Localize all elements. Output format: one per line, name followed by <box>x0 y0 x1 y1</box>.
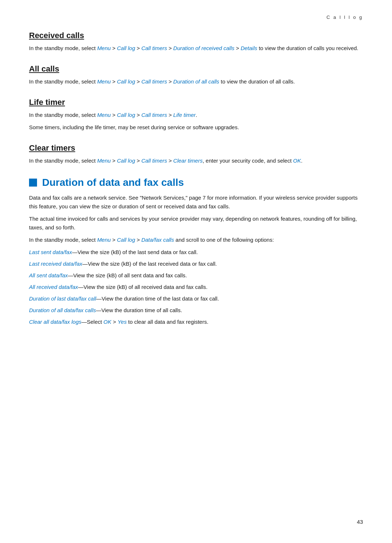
life-timer-title: Life timer <box>29 98 363 107</box>
link-duration-all[interactable]: Duration of all calls <box>173 78 219 85</box>
duration-data-fax-label: Duration of data and fax calls <box>42 177 184 188</box>
link-calllog-2[interactable]: Call log <box>117 78 135 85</box>
link-calltimers-2[interactable]: Call timers <box>141 78 167 85</box>
link-calllog-4[interactable]: Call log <box>117 158 135 164</box>
clear-timers-title: Clear timers <box>29 143 363 153</box>
link-life-timer[interactable]: Life timer <box>173 112 196 118</box>
chapter-title: C a l l l o g <box>327 15 363 20</box>
option-last-received: Last received data/fax—View the size (kB… <box>29 260 363 268</box>
page-header: C a l l l o g <box>29 15 363 20</box>
link-calltimers-1[interactable]: Call timers <box>141 45 167 51</box>
link-last-received-data-fax[interactable]: Last received data/fax <box>29 261 82 267</box>
link-duration-received[interactable]: Duration of received calls <box>173 45 234 51</box>
received-calls-body: In the standby mode, select Menu > Call … <box>29 44 363 53</box>
link-all-sent-data-fax[interactable]: All sent data/fax <box>29 272 68 278</box>
all-calls-title: All calls <box>29 64 363 74</box>
link-duration-all-datafax[interactable]: Duration of all data/fax calls <box>29 307 96 313</box>
link-ok-1[interactable]: OK <box>293 158 301 164</box>
link-calltimers-3[interactable]: Call timers <box>141 112 167 118</box>
link-menu-1[interactable]: Menu <box>97 45 111 51</box>
link-calltimers-4[interactable]: Call timers <box>141 158 167 164</box>
life-timer-body-2: Some timers, including the life timer, m… <box>29 123 363 132</box>
section-received-calls: Received calls In the standby mode, sele… <box>29 31 363 53</box>
duration-data-fax-body-1: Data and fax calls are a network service… <box>29 193 363 211</box>
link-menu-3[interactable]: Menu <box>97 112 111 118</box>
link-menu-5[interactable]: Menu <box>97 237 111 243</box>
link-calllog-5[interactable]: Call log <box>117 237 135 243</box>
all-calls-body: In the standby mode, select Menu > Call … <box>29 77 363 86</box>
section-duration-data-fax: Duration of data and fax calls Data and … <box>29 177 363 326</box>
option-clear-all: Clear all data/fax logs—Select OK > Yes … <box>29 318 363 326</box>
link-duration-last-datafax[interactable]: Duration of last data/fax call <box>29 295 96 302</box>
link-all-received-data-fax[interactable]: All received data/fax <box>29 284 78 290</box>
blue-square-icon <box>29 179 37 187</box>
duration-data-fax-title: Duration of data and fax calls <box>29 177 363 188</box>
link-menu-4[interactable]: Menu <box>97 158 111 164</box>
link-ok-2[interactable]: OK <box>103 319 111 325</box>
link-last-sent-data-fax[interactable]: Last sent data/fax <box>29 249 72 255</box>
section-all-calls: All calls In the standby mode, select Me… <box>29 64 363 86</box>
link-calllog-3[interactable]: Call log <box>117 112 135 118</box>
option-last-sent: Last sent data/fax—View the size (kB) of… <box>29 248 363 257</box>
received-calls-title: Received calls <box>29 31 363 40</box>
section-life-timer: Life timer In the standby mode, select M… <box>29 98 363 132</box>
option-all-sent: All sent data/fax—View the size (kB) of … <box>29 271 363 280</box>
page-number: 43 <box>357 519 363 525</box>
link-clear-timers[interactable]: Clear timers <box>173 158 203 164</box>
clear-timers-body: In the standby mode, select Menu > Call … <box>29 156 363 165</box>
link-menu-2[interactable]: Menu <box>97 78 111 85</box>
life-timer-body-1: In the standby mode, select Menu > Call … <box>29 111 363 119</box>
link-clear-all-logs[interactable]: Clear all data/fax logs <box>29 319 81 325</box>
option-all-received: All received data/fax—View the size (kB)… <box>29 283 363 291</box>
link-yes[interactable]: Yes <box>118 319 127 325</box>
section-clear-timers: Clear timers In the standby mode, select… <box>29 143 363 165</box>
page-container: C a l l l o g Received calls In the stan… <box>0 0 392 543</box>
link-calllog-1[interactable]: Call log <box>117 45 135 51</box>
option-duration-last: Duration of last data/fax call—View the … <box>29 294 363 303</box>
link-details[interactable]: Details <box>241 45 257 51</box>
link-datafax-calls[interactable]: Data/fax calls <box>141 237 174 243</box>
duration-data-fax-body-2: The actual time invoiced for calls and s… <box>29 215 363 232</box>
duration-data-fax-intro: In the standby mode, select Menu > Call … <box>29 236 363 244</box>
option-duration-all: Duration of all data/fax calls—View the … <box>29 306 363 315</box>
